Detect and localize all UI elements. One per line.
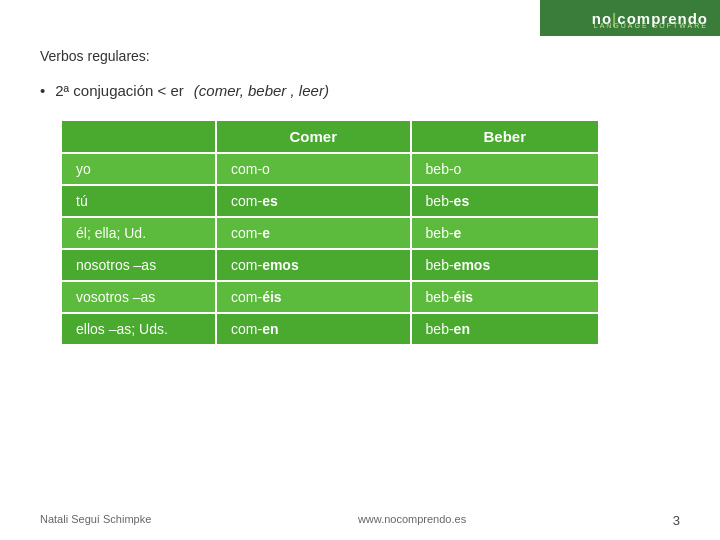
- verb-table: Comer Beber yocom-obeb-otúcom-esbeb-esél…: [60, 119, 600, 346]
- cell-pronoun: nosotros –as: [61, 249, 216, 281]
- cell-pronoun: tú: [61, 185, 216, 217]
- col-header-beber: Beber: [411, 120, 599, 153]
- cell-comer: com-e: [216, 217, 411, 249]
- table-row: ellos –as; Uds.com-enbeb-en: [61, 313, 599, 345]
- footer-author: Natali Seguí Schimpke: [40, 513, 151, 528]
- cell-pronoun: él; ella; Ud.: [61, 217, 216, 249]
- bullet-symbol: •: [40, 82, 45, 99]
- table-row: yocom-obeb-o: [61, 153, 599, 185]
- main-content: Verbos regulares: • 2ª conjugación < er …: [0, 0, 720, 366]
- cell-beber: beb-emos: [411, 249, 599, 281]
- cell-beber: beb-e: [411, 217, 599, 249]
- cell-pronoun: yo: [61, 153, 216, 185]
- cell-pronoun: ellos –as; Uds.: [61, 313, 216, 345]
- col-header-pronoun: [61, 120, 216, 153]
- table-row: nosotros –ascom-emosbeb-emos: [61, 249, 599, 281]
- cell-beber: beb-o: [411, 153, 599, 185]
- cell-comer: com-éis: [216, 281, 411, 313]
- table-row: vosotros –ascom-éisbeb-éis: [61, 281, 599, 313]
- cell-comer: com-emos: [216, 249, 411, 281]
- cell-pronoun: vosotros –as: [61, 281, 216, 313]
- footer-website: www.nocomprendo.es: [358, 513, 466, 528]
- cell-beber: beb-en: [411, 313, 599, 345]
- logo-subtitle: LANGUAGE SOFTWARE: [594, 22, 708, 29]
- conjugation-label: 2ª conjugación < er: [55, 82, 184, 99]
- cell-beber: beb-es: [411, 185, 599, 217]
- cell-beber: beb-éis: [411, 281, 599, 313]
- examples-text: (comer, beber , leer): [194, 82, 329, 99]
- section-title: Verbos regulares:: [40, 48, 680, 64]
- cell-comer: com-en: [216, 313, 411, 345]
- table-row: túcom-esbeb-es: [61, 185, 599, 217]
- page-number: 3: [673, 513, 680, 528]
- table-row: él; ella; Ud.com-ebeb-e: [61, 217, 599, 249]
- header-bar: no|comprendo LANGUAGE SOFTWARE: [540, 0, 720, 36]
- table-header-row: Comer Beber: [61, 120, 599, 153]
- footer: Natali Seguí Schimpke www.nocomprendo.es…: [0, 513, 720, 528]
- cell-comer: com-es: [216, 185, 411, 217]
- bullet-line: • 2ª conjugación < er (comer, beber , le…: [40, 82, 680, 99]
- cell-comer: com-o: [216, 153, 411, 185]
- col-header-comer: Comer: [216, 120, 411, 153]
